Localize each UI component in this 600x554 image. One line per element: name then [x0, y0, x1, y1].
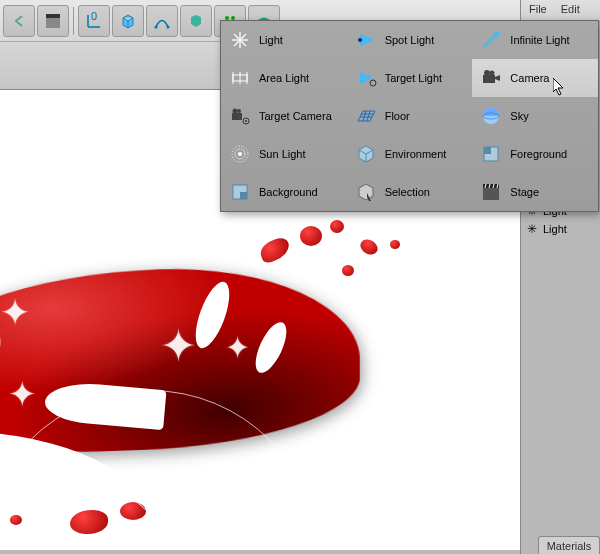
menu-label: Floor	[385, 110, 410, 122]
menu-sky[interactable]: Sky	[472, 97, 598, 135]
spotlight-icon	[355, 29, 377, 51]
tool-cube[interactable]	[112, 5, 144, 37]
svg-point-25	[237, 109, 241, 113]
svg-rect-23	[232, 113, 242, 120]
infinite-light-icon	[480, 29, 502, 51]
target-light-icon	[355, 67, 377, 89]
tool-undo[interactable]	[3, 5, 35, 37]
tool-arc[interactable]	[146, 5, 178, 37]
tool-coord[interactable]: 0	[78, 5, 110, 37]
right-menu-file[interactable]: File	[529, 3, 547, 18]
menu-label: Environment	[385, 148, 447, 160]
right-panel-menu: File Edit	[521, 0, 600, 22]
scene-objects-menu: Light Spot Light Infinite Light Area Lig…	[220, 20, 599, 212]
menu-label: Target Camera	[259, 110, 332, 122]
background-icon	[229, 181, 251, 203]
menu-target-light[interactable]: Target Light	[347, 59, 473, 97]
light-icon: ✳	[525, 222, 539, 236]
menu-label: Spot Light	[385, 34, 435, 46]
svg-point-5	[225, 16, 229, 20]
floor-icon	[355, 105, 377, 127]
menu-environment[interactable]: Environment	[347, 135, 473, 173]
right-menu-edit[interactable]: Edit	[561, 3, 580, 18]
menu-area-light[interactable]: Area Light	[221, 59, 347, 97]
svg-point-19	[370, 80, 376, 86]
menu-foreground[interactable]: Foreground	[472, 135, 598, 173]
svg-rect-38	[484, 147, 491, 154]
svg-point-27	[245, 120, 247, 122]
menu-infinite-light[interactable]: Infinite Light	[472, 21, 598, 59]
svg-rect-40	[240, 192, 247, 199]
menu-label: Background	[259, 186, 318, 198]
toolbar-separator-1	[73, 7, 74, 35]
svg-rect-41	[483, 188, 499, 200]
menu-target-camera[interactable]: Target Camera	[221, 97, 347, 135]
menu-background[interactable]: Background	[221, 173, 347, 211]
menu-label: Area Light	[259, 72, 309, 84]
stage-icon	[480, 181, 502, 203]
svg-line-14	[484, 33, 498, 47]
object-label: Light	[543, 223, 567, 235]
menu-camera[interactable]: Camera	[472, 59, 598, 97]
menu-label: Target Light	[385, 72, 442, 84]
materials-tab[interactable]: Materials	[538, 536, 600, 554]
menu-floor[interactable]: Floor	[347, 97, 473, 135]
camera-icon	[480, 67, 502, 89]
menu-label: Selection	[385, 186, 430, 198]
svg-text:0: 0	[91, 12, 97, 22]
menu-label: Camera	[510, 72, 549, 84]
environment-icon	[355, 143, 377, 165]
menu-label: Infinite Light	[510, 34, 569, 46]
selection-icon	[355, 181, 377, 203]
menu-label: Sun Light	[259, 148, 305, 160]
svg-point-36	[238, 152, 242, 156]
svg-rect-0	[46, 18, 60, 28]
svg-point-4	[167, 25, 170, 28]
menu-label: Light	[259, 34, 283, 46]
svg-point-13	[358, 38, 362, 42]
foreground-icon	[480, 143, 502, 165]
menu-selection[interactable]: Selection	[347, 173, 473, 211]
sky-icon	[480, 105, 502, 127]
svg-point-22	[490, 71, 495, 76]
menu-label: Stage	[510, 186, 539, 198]
light-icon	[229, 29, 251, 51]
svg-point-6	[231, 16, 235, 20]
area-light-icon	[229, 67, 251, 89]
tool-nurbs[interactable]	[180, 5, 212, 37]
menu-spot-light[interactable]: Spot Light	[347, 21, 473, 59]
svg-rect-1	[46, 14, 60, 18]
svg-point-24	[233, 109, 238, 114]
target-camera-icon	[229, 105, 251, 127]
tool-clapper[interactable]	[37, 5, 69, 37]
svg-point-3	[155, 25, 158, 28]
menu-sun-light[interactable]: Sun Light	[221, 135, 347, 173]
object-item[interactable]: ✳ Light	[525, 220, 596, 238]
menu-light[interactable]: Light	[221, 21, 347, 59]
model-object: ✦ ✦ ✦ ✦ ✱	[0, 190, 420, 490]
svg-rect-20	[483, 75, 495, 83]
svg-point-21	[484, 70, 490, 76]
menu-label: Foreground	[510, 148, 567, 160]
menu-label: Sky	[510, 110, 528, 122]
menu-stage[interactable]: Stage	[472, 173, 598, 211]
sun-icon	[229, 143, 251, 165]
